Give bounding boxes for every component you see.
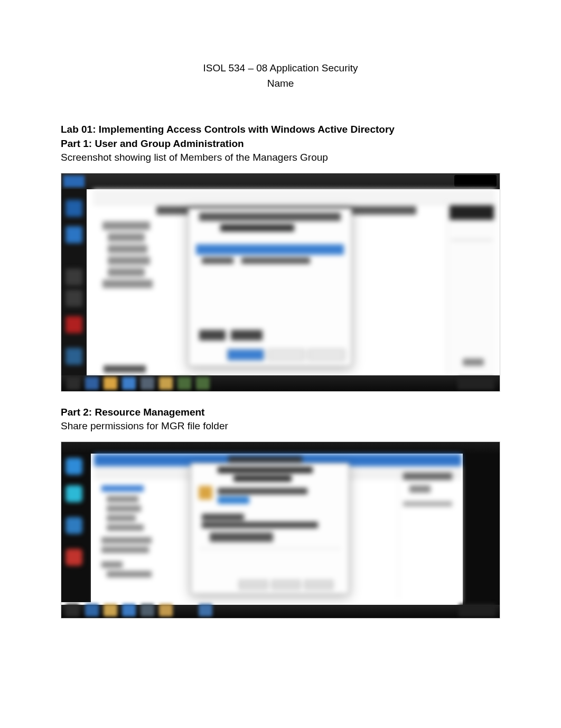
status-text (104, 365, 146, 373)
rail-icon (66, 290, 82, 307)
member-row (196, 244, 344, 255)
right-black-panel (463, 454, 500, 605)
screenshot-managers-group (61, 173, 500, 392)
section-lab-title: Lab 01: Implementing Access Controls wit… (61, 123, 500, 165)
apply-button (308, 349, 345, 361)
taskbar-icon (104, 604, 117, 616)
dialog-tab (220, 224, 294, 232)
rail-icon (66, 348, 82, 365)
add-button (199, 330, 226, 340)
taskbar-icon (85, 604, 99, 616)
start-icon (67, 377, 80, 390)
panel-header (450, 205, 494, 220)
vm-window-titlebar (61, 442, 500, 454)
taskbar-icon (141, 604, 154, 616)
window-controls (454, 175, 497, 187)
part1-title: Part 1: User and Group Administration (61, 137, 500, 151)
page-header: ISOL 534 – 08 Application Security Name (61, 61, 500, 91)
part2-caption: Share permissions for MGR file folder (61, 419, 500, 434)
taskbar-icon (159, 377, 173, 390)
rail-icon (66, 226, 82, 243)
taskbar (61, 605, 500, 618)
taskbar-icon (85, 377, 99, 390)
properties-dialog (188, 208, 352, 366)
taskbar-icon (122, 377, 136, 390)
nav-tree (97, 218, 166, 367)
vm-window-titlebar (61, 173, 500, 189)
right-panel (446, 202, 497, 375)
taskbar-icon (104, 377, 117, 390)
sharing-dialog (191, 463, 349, 594)
tray (459, 604, 495, 616)
part1-caption: Screenshot showing list of Members of th… (61, 151, 500, 165)
rail-icon (66, 316, 82, 333)
taskbar (61, 375, 500, 391)
vm-left-rail (61, 189, 87, 375)
dialog-title (199, 213, 341, 221)
ok-button (227, 349, 264, 361)
taskbar-icon (177, 377, 191, 390)
tray (457, 377, 494, 390)
section-part2: Part 2: Resource Management Share permis… (61, 406, 500, 434)
taskbar-icon (199, 604, 212, 616)
cancel-button (268, 349, 305, 361)
author-name: Name (61, 76, 500, 91)
screenshot-share-permissions (61, 441, 500, 619)
start-icon (66, 604, 79, 616)
rail-icon (66, 485, 82, 502)
rail-icon (66, 200, 82, 217)
ribbon (93, 189, 495, 205)
app-icon (63, 176, 85, 187)
rail-icon (66, 517, 82, 534)
course-title: ISOL 534 – 08 Application Security (61, 61, 500, 76)
taskbar-icon (141, 377, 154, 390)
remove-button (231, 330, 263, 340)
vm-left-rail (61, 454, 91, 602)
part2-title: Part 2: Resource Management (61, 406, 500, 420)
taskbar-icon (122, 604, 136, 616)
rail-icon (66, 458, 82, 475)
rail-icon (66, 549, 82, 566)
lab-title: Lab 01: Implementing Access Controls wit… (61, 123, 500, 137)
taskbar-icon (159, 604, 173, 616)
rail-icon (66, 269, 82, 285)
taskbar-icon (196, 377, 210, 390)
